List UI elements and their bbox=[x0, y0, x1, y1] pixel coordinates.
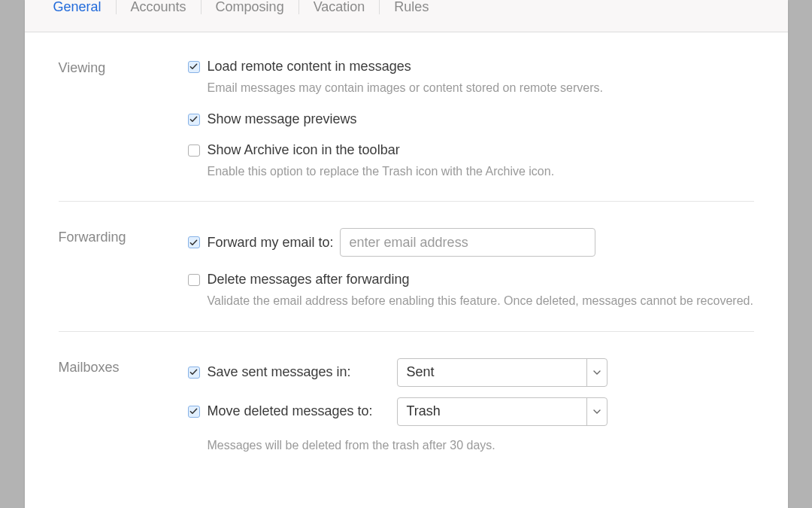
label-move-deleted: Move deleted messages to: bbox=[208, 403, 388, 419]
select-save-sent[interactable]: Sent bbox=[397, 358, 607, 387]
checkbox-show-archive[interactable] bbox=[188, 144, 200, 157]
option-forward-to: Forward my email to: bbox=[188, 228, 754, 257]
option-show-archive: Show Archive icon in the toolbar Enable … bbox=[188, 142, 754, 180]
label-delete-after: Delete messages after forwarding bbox=[208, 272, 410, 287]
checkbox-show-previews[interactable] bbox=[188, 114, 200, 126]
checkbox-delete-after[interactable] bbox=[188, 274, 200, 286]
description-mailboxes: Messages will be deleted from the trash … bbox=[208, 437, 754, 454]
section-body: Load remote content in messages Email me… bbox=[188, 59, 754, 180]
tab-composing[interactable]: Composing bbox=[208, 0, 292, 14]
label-save-sent: Save sent messages in: bbox=[208, 364, 388, 380]
label-load-remote: Load remote content in messages bbox=[208, 59, 411, 75]
checkbox-move-deleted[interactable] bbox=[188, 406, 200, 418]
section-label-mailboxes: Mailboxes bbox=[59, 358, 188, 454]
tab-separator bbox=[379, 0, 380, 14]
check-icon bbox=[189, 239, 198, 247]
section-label-forwarding: Forwarding bbox=[59, 228, 188, 309]
label-forward-to: Forward my email to: bbox=[208, 235, 334, 251]
option-delete-after: Delete messages after forwarding Validat… bbox=[188, 272, 754, 309]
check-icon bbox=[189, 368, 198, 376]
settings-content: Viewing Load remote content in messages … bbox=[25, 32, 788, 508]
tab-accounts[interactable]: Accounts bbox=[123, 0, 194, 14]
section-mailboxes: Mailboxes Save sent messages in: Sent bbox=[59, 332, 754, 475]
check-icon bbox=[189, 62, 198, 71]
tab-separator bbox=[116, 0, 117, 14]
tab-separator bbox=[298, 0, 299, 14]
option-show-previews: Show message previews bbox=[188, 111, 754, 127]
settings-panel: General Accounts Composing Vacation Rule… bbox=[25, 0, 788, 508]
select-move-deleted-wrap: Trash bbox=[397, 397, 607, 426]
section-body: Forward my email to: Delete messages aft… bbox=[188, 228, 754, 309]
select-move-deleted[interactable]: Trash bbox=[397, 397, 607, 426]
checkbox-save-sent[interactable] bbox=[188, 367, 200, 379]
check-icon bbox=[189, 407, 198, 415]
section-body: Save sent messages in: Sent Move deleted… bbox=[188, 358, 754, 454]
description-show-archive: Enable this option to replace the Trash … bbox=[208, 163, 754, 180]
section-viewing: Viewing Load remote content in messages … bbox=[59, 32, 754, 202]
select-save-sent-wrap: Sent bbox=[397, 358, 607, 387]
section-forwarding: Forwarding Forward my email to: bbox=[59, 202, 754, 331]
check-icon bbox=[189, 115, 198, 123]
label-show-archive: Show Archive icon in the toolbar bbox=[208, 142, 400, 158]
option-save-sent: Save sent messages in: Sent bbox=[188, 358, 754, 387]
description-delete-after: Validate the email address before enabli… bbox=[208, 292, 754, 309]
tab-vacation[interactable]: Vacation bbox=[306, 0, 373, 14]
section-label-viewing: Viewing bbox=[59, 59, 188, 180]
option-move-deleted: Move deleted messages to: Trash bbox=[188, 397, 754, 426]
checkbox-load-remote[interactable] bbox=[188, 61, 200, 73]
tab-general[interactable]: General bbox=[46, 0, 109, 14]
label-show-previews: Show message previews bbox=[208, 111, 357, 127]
description-load-remote: Email messages may contain images or con… bbox=[208, 79, 754, 96]
tab-rules[interactable]: Rules bbox=[386, 0, 436, 14]
checkbox-forward-to[interactable] bbox=[188, 236, 200, 248]
input-forward-email[interactable] bbox=[340, 228, 595, 257]
option-load-remote: Load remote content in messages Email me… bbox=[188, 59, 754, 96]
tab-separator bbox=[201, 0, 201, 14]
tab-bar: General Accounts Composing Vacation Rule… bbox=[25, 0, 788, 32]
